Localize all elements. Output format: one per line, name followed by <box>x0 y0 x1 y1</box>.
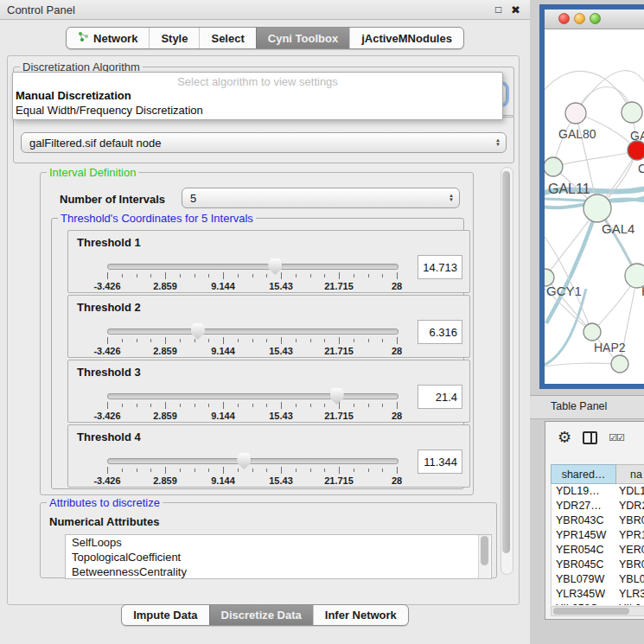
node-label: GAL80 <box>558 127 596 141</box>
node-label: HAP2 <box>594 341 626 354</box>
table-row[interactable]: YBR043CYBR0 <box>552 513 644 528</box>
table-header-row: shared… na <box>551 464 644 484</box>
mac-close-icon[interactable] <box>558 13 570 24</box>
interval-definition-title: Interval Definition <box>47 166 138 179</box>
number-of-intervals-label: Number of Intervals <box>60 193 165 206</box>
threshold-1-slider[interactable] <box>107 264 399 270</box>
dropdown-option-manual[interactable]: Manual Discretization <box>16 89 131 102</box>
threshold-3-panel: Threshold 3 -3.4262.859 9.14415.43 21.71… <box>67 360 470 423</box>
threshold-3-slider[interactable] <box>107 393 399 399</box>
table-row[interactable]: YBR045CYBR0 <box>552 558 644 572</box>
cyni-content-panel: Discretization Algorithm ▲▼ Select algor… <box>7 55 520 605</box>
network-view-window[interactable]: GAL80 GA GAL11 C GAL4 GCY1 H HAP2 <box>539 4 644 389</box>
list-item[interactable]: SelfLoops <box>66 535 491 550</box>
table-horizontal-scrollbar[interactable] <box>551 606 644 616</box>
columns-icon[interactable] <box>583 431 597 444</box>
mac-zoom-icon[interactable] <box>590 13 601 24</box>
table-row[interactable]: YDL19…YDL1 <box>552 484 644 499</box>
table-body[interactable]: YDL19…YDL1 YDR27…YDR2 YBR043CYBR0 YPR145… <box>551 484 644 605</box>
control-panel-titlebar: Control Panel □ ✖ <box>0 0 530 20</box>
table-data-group: Table Data galFiltered.sif default node … <box>13 115 514 163</box>
node-label: GAL11 <box>548 182 590 196</box>
table-row[interactable]: YER054CYER0 <box>552 543 644 558</box>
interval-definition-group: Interval Definition Number of Intervals … <box>40 172 474 495</box>
table-panel-title: Table Panel <box>551 400 607 412</box>
table-data-combobox[interactable]: galFiltered.sif default node ▲▼ <box>21 132 507 153</box>
threshold-2-value-field[interactable]: 6.316 <box>418 320 462 344</box>
network-window-titlebar <box>545 10 644 29</box>
tab-network[interactable]: Network <box>67 28 149 48</box>
app-root: Control Panel □ ✖ Network <box>0 0 644 644</box>
table-row[interactable]: YPR145WYPR1 <box>552 528 644 543</box>
dropdown-placeholder: Select algorithm to view settings <box>13 75 502 88</box>
table-row[interactable]: YIL052CYIL0 <box>552 602 644 605</box>
node-label: GAL4 <box>602 221 634 236</box>
top-tab-bar: Network Style Select Cyni Toolbox jActiv… <box>0 27 530 49</box>
threshold-1-value-field[interactable]: 14.713 <box>418 255 462 279</box>
table-row[interactable]: YLR345WYLR3 <box>552 587 644 602</box>
table-panel-header: Table Panel <box>530 395 644 419</box>
control-panel: Control Panel □ ✖ Network <box>0 0 531 644</box>
list-item[interactable]: BetweennessCentrality <box>66 564 491 579</box>
slider-ticks <box>107 402 397 410</box>
node-label: GCY1 <box>546 284 582 298</box>
threshold-3-value-field[interactable]: 21.4 <box>418 385 462 409</box>
tab-impute-data[interactable]: Impute Data <box>122 605 208 625</box>
select-columns-icon[interactable]: ☑☑ <box>609 432 624 443</box>
node-label: C <box>638 162 644 175</box>
gear-icon[interactable]: ⚙ <box>558 430 571 445</box>
combo-arrows-icon: ▲▼ <box>495 133 501 152</box>
slider-ticks <box>107 272 397 280</box>
table-row[interactable]: YBL079WYBL0 <box>552 572 644 587</box>
tab-style[interactable]: Style <box>149 28 199 48</box>
mac-minimize-icon[interactable] <box>574 13 585 24</box>
list-item[interactable]: TopologicalCoefficient <box>66 550 491 564</box>
attributes-group: Attributes to discretize Numerical Attri… <box>40 502 497 578</box>
node-table-card: ⚙ ☑☑ shared… na YDL19…YDL1 YDR27…YDR2 YB… <box>545 421 644 620</box>
thresholds-title: Threshold's Coordinates for 5 Intervals <box>58 212 256 225</box>
table-toolbar: ⚙ ☑☑ <box>545 422 644 453</box>
settings-viewport: Interval Definition Number of Intervals … <box>13 165 507 577</box>
threshold-4-slider[interactable] <box>107 458 399 464</box>
threshold-4-value-field[interactable]: 11.344 <box>418 450 462 474</box>
numerical-attributes-label: Numerical Attributes <box>49 515 159 528</box>
table-row[interactable]: YDR27…YDR2 <box>552 499 644 513</box>
threshold-1-panel: Threshold 1 -3.4262.859 9.14415.43 21.71… <box>67 230 470 293</box>
tab-cyni-toolbox[interactable]: Cyni Toolbox <box>256 28 349 48</box>
tab-select[interactable]: Select <box>199 28 255 48</box>
threshold-4-panel: Threshold 4 -3.4262.859 9.14415.43 21.71… <box>67 424 470 488</box>
bottom-tab-bar: Impute Data Discretize Data Infer Networ… <box>0 604 530 626</box>
tab-infer-network[interactable]: Infer Network <box>313 605 408 625</box>
attributes-title: Attributes to discretize <box>47 496 163 509</box>
list-scrollbar[interactable] <box>478 535 490 578</box>
column-header-shared-name[interactable]: shared… <box>551 464 616 484</box>
network-icon <box>78 31 89 45</box>
threshold-2-panel: Threshold 2 -3.4262.859 9.14415.43 21.71… <box>67 295 470 358</box>
close-icon[interactable]: ✖ <box>511 3 520 16</box>
float-window-icon[interactable]: □ <box>495 3 501 16</box>
number-of-intervals-combobox[interactable]: 5 ▲▼ <box>182 188 460 208</box>
node-label: GA <box>630 129 644 143</box>
tab-discretize-data[interactable]: Discretize Data <box>209 605 313 625</box>
right-side: GAL80 GA GAL11 C GAL4 GCY1 H HAP2 Table … <box>530 0 644 644</box>
slider-ticks <box>107 337 397 345</box>
column-header-name[interactable]: na <box>616 464 644 484</box>
network-canvas[interactable]: GAL80 GA GAL11 C GAL4 GCY1 H HAP2 <box>545 29 644 384</box>
slider-ticks <box>107 467 397 475</box>
combo-arrows-icon: ▲▼ <box>449 188 454 207</box>
settings-scrollbar[interactable] <box>501 167 513 575</box>
algorithm-dropdown-popup: Select algorithm to view settings Manual… <box>12 72 503 120</box>
numerical-attributes-list[interactable]: SelfLoops TopologicalCoefficient Between… <box>65 534 492 579</box>
tab-jactivemnodules[interactable]: jActiveMNodules <box>349 28 463 48</box>
panel-title: Control Panel <box>7 3 75 16</box>
dropdown-option-equal-width[interactable]: Equal Width/Frequency Discretization <box>16 104 203 117</box>
thresholds-group: Threshold's Coordinates for 5 Intervals … <box>51 218 464 489</box>
threshold-2-slider[interactable] <box>107 328 399 335</box>
